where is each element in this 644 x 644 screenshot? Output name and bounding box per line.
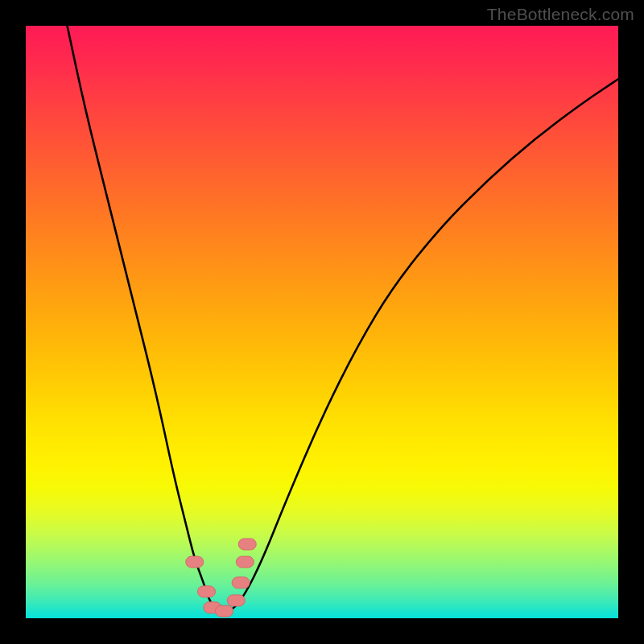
plot-area	[26, 26, 618, 618]
curve-svg	[26, 26, 618, 618]
marker-group	[186, 539, 257, 617]
marker-point	[216, 605, 233, 617]
marker-point	[232, 577, 250, 588]
bottleneck-curve	[68, 26, 618, 612]
watermark-text: TheBottleneck.com	[487, 5, 634, 24]
marker-point	[186, 556, 204, 568]
marker-point	[197, 586, 215, 597]
marker-point	[227, 595, 245, 606]
marker-point	[236, 556, 254, 568]
chart-frame: TheBottleneck.com	[0, 0, 644, 644]
marker-point	[238, 539, 256, 550]
